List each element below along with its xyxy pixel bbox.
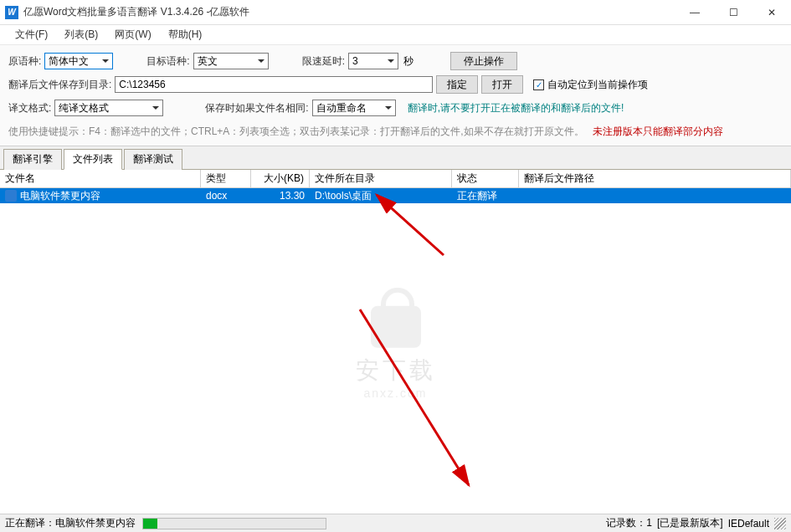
auto-locate-checkbox[interactable]: ✓ 自动定位到当前操作项 bbox=[533, 78, 648, 92]
col-dir[interactable]: 文件所在目录 bbox=[310, 170, 452, 187]
shortcut-hint: 使用快捷键提示：F4：翻译选中的文件；CTRL+A：列表项全选；双击列表某记录：… bbox=[8, 125, 584, 139]
resize-grip-icon[interactable] bbox=[774, 518, 786, 529]
title-bar: W 亿愿Word文档批量多语言翻译 V1.3.4.26 -亿愿软件 — ☐ ✕ bbox=[0, 0, 791, 25]
cell-output bbox=[519, 188, 791, 203]
table-header: 文件名 类型 大小(KB) 文件所在目录 状态 翻译后文件路径 bbox=[0, 170, 791, 188]
tab-test[interactable]: 翻译测试 bbox=[124, 149, 182, 170]
progress-bar bbox=[142, 518, 326, 529]
table-empty-area: 安下载 anxz.com bbox=[0, 203, 791, 521]
toolbar-panel: 原语种: 简体中文 目标语种: 英文 限速延时: 3 秒 停止操作 翻译后文件保… bbox=[0, 45, 791, 146]
word-file-icon bbox=[5, 190, 17, 202]
open-button[interactable]: 打开 bbox=[481, 75, 523, 94]
status-left: 正在翻译：电脑软件禁更内容 bbox=[5, 516, 136, 530]
tab-engine[interactable]: 翻译引擎 bbox=[3, 149, 62, 170]
cell-type: docx bbox=[201, 188, 251, 203]
save-dir-label: 翻译后文件保存到目录: bbox=[8, 78, 111, 92]
menu-help[interactable]: 帮助(H) bbox=[160, 25, 211, 44]
menu-file[interactable]: 文件(F) bbox=[7, 25, 56, 44]
delay-select[interactable]: 3 bbox=[348, 53, 398, 69]
minimize-button[interactable]: — bbox=[675, 0, 714, 25]
tab-filelist[interactable]: 文件列表 bbox=[64, 149, 122, 170]
save-dir-input[interactable] bbox=[115, 76, 433, 93]
dst-lang-select[interactable]: 英文 bbox=[193, 53, 269, 69]
col-output[interactable]: 翻译后文件路径 bbox=[519, 170, 791, 187]
status-browser: IEDefault bbox=[728, 518, 769, 529]
cell-size: 13.30 bbox=[251, 188, 310, 203]
col-size[interactable]: 大小(KB) bbox=[251, 170, 310, 187]
auto-locate-label: 自动定位到当前操作项 bbox=[547, 78, 648, 92]
cell-filename: 电脑软件禁更内容 bbox=[20, 189, 100, 203]
src-lang-label: 原语种: bbox=[8, 54, 41, 69]
translation-warning: 翻译时,请不要打开正在被翻译的和翻译后的文件! bbox=[408, 101, 624, 115]
col-status[interactable]: 状态 bbox=[452, 170, 519, 187]
dst-lang-label: 目标语种: bbox=[146, 54, 189, 69]
maximize-button[interactable]: ☐ bbox=[714, 0, 752, 25]
src-lang-select[interactable]: 简体中文 bbox=[44, 53, 113, 69]
samefile-label: 保存时如果文件名相同: bbox=[205, 101, 308, 115]
table-row[interactable]: 电脑软件禁更内容 docx 13.30 D:\tools\桌面 正在翻译 bbox=[0, 188, 791, 203]
file-table: 文件名 类型 大小(KB) 文件所在目录 状态 翻译后文件路径 电脑软件禁更内容… bbox=[0, 170, 791, 521]
delay-unit: 秒 bbox=[403, 54, 413, 69]
stop-button[interactable]: 停止操作 bbox=[450, 52, 517, 70]
samefile-select[interactable]: 自动重命名 bbox=[312, 100, 396, 116]
status-bar: 正在翻译：电脑软件禁更内容 记录数：1 [已是最新版本] IEDefault bbox=[0, 514, 791, 532]
format-label: 译文格式: bbox=[8, 101, 51, 115]
format-select[interactable]: 纯译文格式 bbox=[54, 100, 163, 116]
lock-icon bbox=[371, 306, 421, 348]
delay-label: 限速延时: bbox=[302, 54, 345, 69]
unregistered-warning: 未注册版本只能翻译部分内容 bbox=[593, 125, 723, 139]
col-type[interactable]: 类型 bbox=[201, 170, 251, 187]
menu-bar: 文件(F) 列表(B) 网页(W) 帮助(H) bbox=[0, 25, 791, 45]
menu-list[interactable]: 列表(B) bbox=[56, 25, 106, 44]
tab-bar: 翻译引擎 文件列表 翻译测试 bbox=[0, 146, 791, 170]
status-version: [已是最新版本] bbox=[657, 516, 723, 530]
watermark: 安下载 anxz.com bbox=[356, 306, 436, 400]
cell-status: 正在翻译 bbox=[452, 188, 519, 203]
window-title: 亿愿Word文档批量多语言翻译 V1.3.4.26 -亿愿软件 bbox=[23, 5, 675, 19]
menu-web[interactable]: 网页(W) bbox=[106, 25, 159, 44]
checkmark-icon: ✓ bbox=[533, 79, 544, 90]
app-logo-icon: W bbox=[5, 6, 18, 19]
status-records: 记录数：1 bbox=[606, 516, 652, 530]
cell-dir: D:\tools\桌面 bbox=[310, 188, 452, 203]
col-filename[interactable]: 文件名 bbox=[0, 170, 201, 187]
close-button[interactable]: ✕ bbox=[752, 0, 791, 25]
assign-button[interactable]: 指定 bbox=[436, 75, 478, 94]
